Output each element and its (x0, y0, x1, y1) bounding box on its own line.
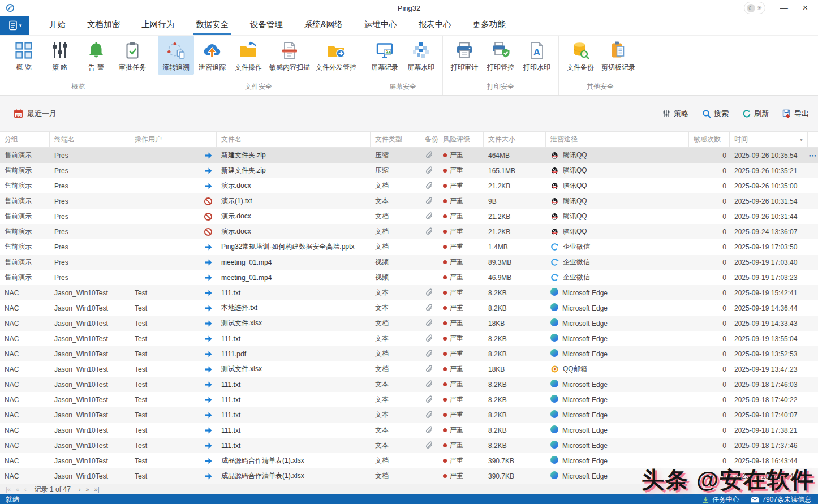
unread-messages-button[interactable]: 7907条未读信息 (751, 495, 811, 504)
risk-label: 严重 (450, 196, 463, 206)
table-row[interactable]: 售前演示Pres新建文件夹.zip压缩严重165.1MB腾讯QQ02025-09… (0, 163, 818, 178)
date-range-label: 最近一月 (27, 109, 57, 119)
table-row[interactable]: NACJason_Win10TestTest测试文件.xlsx文档严重18KBM… (0, 316, 818, 331)
ribbon-button-grid[interactable]: 概 览 (6, 36, 42, 75)
tab-doc-encrypt[interactable]: 文档加密 (85, 16, 122, 35)
tab-data-security[interactable]: 数据安全 (193, 16, 231, 35)
column-header-5[interactable]: 文件类型 (371, 132, 420, 147)
table-row[interactable]: 售前演示Presmeeting_01.mp4视频严重89.3MB企业微信0202… (0, 255, 818, 270)
title-bar: Ping32 ☾ ☀ — × (0, 0, 818, 16)
table-row[interactable]: NACJason_Win10TestTest111.txt文本严重8.2KBMi… (0, 285, 818, 300)
table-row[interactable]: NACJason_Win10TestTest本地选择.txt文本严重8.2KBM… (0, 300, 818, 316)
last-page-icon[interactable]: »| (94, 486, 100, 493)
moon-icon[interactable]: ☾ (747, 4, 755, 12)
ribbon-button-cloud-upload[interactable]: 泄密追踪 (194, 36, 230, 75)
cell-row-menu (808, 209, 818, 224)
table-row[interactable]: NACJason_Win10TestTest测试文件.xlsx文档严重18KBQ… (0, 361, 818, 377)
table-row[interactable]: 售前演示Presmeeting_01.mp4视频严重46.9MB企业微信0202… (0, 270, 818, 285)
table-row[interactable]: NACJason_Win10TestTest111.txt文本严重8.2KBMi… (0, 377, 818, 392)
cell-filesize: 8.2KB (484, 407, 540, 423)
table-row[interactable]: NACJason_Win10TestTest成品源码合作清单表(1).xlsx文… (0, 453, 818, 468)
table-row[interactable]: NACJason_Win10TestTest111.txt文本严重8.2KBMi… (0, 423, 818, 438)
ribbon-button-doc-a[interactable]: A打印水印 (519, 36, 555, 75)
tab-system-network[interactable]: 系统&网络 (302, 16, 345, 35)
next-page-icon[interactable]: › (79, 486, 81, 493)
ribbon-button-clipboard-doc[interactable]: 剪切板记录 (599, 36, 638, 75)
app-menu-button[interactable]: ▾ (0, 16, 29, 35)
ribbon-button-clipboard-check[interactable]: 审批任务 (114, 36, 150, 75)
fast-prev-icon[interactable]: « (16, 486, 19, 493)
filter-caret-icon[interactable]: ▾ (800, 136, 803, 143)
search-button[interactable]: 搜索 (702, 109, 729, 119)
table-row[interactable]: 售前演示Pres演示.docx文档严重21.2KB腾讯QQ02025-09-26… (0, 209, 818, 224)
cell-time: 2025-09-19 13:55:04 (730, 331, 808, 346)
table-row[interactable]: 售前演示PresPing32常规培训-如何构建数据安全高墙.pptx文档严重1.… (0, 239, 818, 255)
refresh-button[interactable]: 刷新 (742, 109, 769, 119)
export-button[interactable]: 导出 (782, 109, 809, 119)
ribbon-button-monitor[interactable]: 屏幕记录 (367, 36, 403, 75)
cell-user: Test (130, 346, 199, 361)
task-center-button[interactable]: 任务中心 (702, 495, 739, 504)
cell-row-menu (808, 270, 818, 285)
row-menu-icon[interactable]: ⋯ (809, 151, 817, 160)
date-range-filter[interactable]: 23 最近一月 (14, 109, 57, 119)
column-header-6[interactable]: 备份 (420, 132, 438, 147)
cell-spacer (540, 148, 546, 163)
table-row[interactable]: NACJason_Win10TestTest111.txt文本严重8.2KBMi… (0, 407, 818, 423)
table-row[interactable]: NACJason_Win10TestTest111.txt文本严重8.2KBMi… (0, 392, 818, 407)
close-button[interactable]: × (803, 3, 808, 13)
ribbon-button-trace-cycle[interactable]: 流转追溯 (158, 36, 194, 75)
tab-home[interactable]: 开始 (47, 16, 68, 35)
arrow-right-icon (204, 350, 213, 359)
cell-count: 0 (689, 148, 730, 163)
status-bar: 就绪 任务中心 7907条未读信息 (0, 494, 818, 504)
tab-report-center[interactable]: 报表中心 (416, 16, 454, 35)
ribbon-button-bell[interactable]: 告 警 (78, 36, 114, 75)
column-header-10[interactable]: 泄密途径 (546, 132, 689, 147)
tab-more-features[interactable]: 更多功能 (471, 16, 508, 35)
ribbon-button-doc-scan[interactable]: 敏感内容扫描 (266, 36, 313, 75)
tab-device-mgmt[interactable]: 设备管理 (248, 16, 285, 35)
ribbon-button-label: 打印水印 (523, 63, 550, 72)
tab-web-behavior[interactable]: 上网行为 (139, 16, 176, 35)
column-header-11[interactable]: 敏感次数 (689, 132, 730, 147)
column-header-0[interactable]: 分组 (0, 132, 50, 147)
theme-toggle[interactable]: ☾ ☀ (744, 2, 765, 14)
ribbon-button-folder-forward[interactable]: 文件外发管控 (313, 36, 359, 75)
table-row[interactable]: NACJason_Win10TestTest1111.pdf文档严重8.2KBM… (0, 346, 818, 361)
route-label: 企业微信 (563, 257, 590, 267)
fast-next-icon[interactable]: » (85, 486, 89, 493)
cell-filename: 新建文件夹.zip (217, 163, 371, 178)
ribbon-button-printer-shield[interactable]: 打印管控 (483, 36, 519, 75)
column-header-1[interactable]: 终端名 (50, 132, 130, 147)
ribbon-button-printer[interactable]: 打印审计 (446, 36, 483, 75)
column-header-4[interactable]: 文件名 (217, 132, 371, 147)
ribbon-button-folder-return[interactable]: 文件操作 (230, 36, 266, 75)
table-row[interactable]: 售前演示Pres演示(1).txt文本严重9B腾讯QQ02025-09-26 1… (0, 193, 818, 209)
ribbon-button-db-search[interactable]: 文件备份 (562, 36, 599, 75)
prev-page-icon[interactable]: ‹ (24, 486, 27, 493)
ribbon-button-label: 文件操作 (235, 63, 262, 72)
minimize-button[interactable]: — (780, 3, 788, 12)
table-row[interactable]: 售前演示Pres新建文件夹.zip压缩严重464MB腾讯QQ02025-09-2… (0, 148, 818, 163)
policy-button[interactable]: 策略 (662, 109, 688, 119)
first-page-icon[interactable]: |« (6, 486, 11, 493)
column-header-7[interactable]: 风险评级 (438, 132, 484, 147)
tab-ops-center[interactable]: 运维中心 (362, 16, 399, 35)
table-row[interactable]: NACJason_Win10TestTest成品源码合作清单表(1).xlsx文… (0, 468, 818, 484)
svg-text:23: 23 (16, 113, 20, 118)
ribbon-group-label: 其他安全 (562, 81, 638, 95)
cell-route: Microsoft Edge (546, 285, 689, 300)
column-header-2[interactable]: 操作用户 (130, 132, 199, 147)
sun-icon[interactable]: ☀ (757, 5, 763, 12)
table-row[interactable]: 售前演示Pres演示.docx文档严重21.2KB腾讯QQ02025-09-26… (0, 178, 818, 193)
folder-return-icon (239, 40, 258, 61)
table-row[interactable]: 售前演示Pres演示.docx文档严重21.2KB腾讯QQ02025-09-24… (0, 224, 818, 239)
table-row[interactable]: NACJason_Win10TestTest111.txt文本严重8.2KBMi… (0, 331, 818, 346)
column-header-8[interactable]: 文件大小 (484, 132, 540, 147)
route-label: Microsoft Edge (562, 320, 608, 328)
ribbon-button-sliders[interactable]: 策 略 (42, 36, 78, 75)
column-header-12[interactable]: 时间▾ (730, 132, 808, 147)
table-row[interactable]: NACJason_Win10TestTest111.txt文本严重8.2KBMi… (0, 438, 818, 453)
ribbon-button-checker[interactable]: 屏幕水印 (403, 36, 439, 75)
